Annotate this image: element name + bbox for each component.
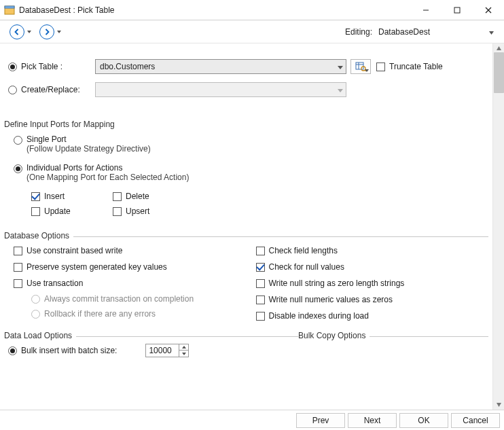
editing-label: Editing: <box>345 27 372 37</box>
vertical-scrollbar[interactable] <box>492 43 504 410</box>
pick-table-label: Pick Table : <box>21 62 62 71</box>
radio-empty-icon <box>14 136 22 145</box>
txn-rollback-radio: Rollback if there are any errors <box>4 306 247 321</box>
database-options-group: Database Options Use constraint based wr… <box>4 236 488 324</box>
checkbox-empty-icon <box>14 279 22 288</box>
null-string-checkbox[interactable]: Write null string as zero length strings <box>247 275 489 291</box>
action-update-label: Update <box>44 207 71 216</box>
individual-ports-sub: (One Mapping Port for Each Selected Acti… <box>26 173 189 182</box>
window-title: DatabaseDest : Pick Table <box>19 5 115 15</box>
checkbox-checked-icon <box>256 263 265 272</box>
radio-selected-icon <box>14 164 22 173</box>
svg-rect-3 <box>454 7 460 13</box>
radio-selected-icon <box>8 62 17 71</box>
forward-button[interactable] <box>39 24 54 39</box>
scrollbar-thumb[interactable] <box>494 52 504 93</box>
txn-rollback-label: Rollback if there are any errors <box>44 309 156 319</box>
action-insert-label: Insert <box>44 192 65 201</box>
pick-table-select[interactable]: dbo.Customers <box>95 59 346 74</box>
cancel-button[interactable]: Cancel <box>451 413 500 428</box>
svg-rect-1 <box>5 6 14 8</box>
pick-table-radio[interactable]: Pick Table : <box>8 62 95 71</box>
bulk-copy-legend: Bulk Copy Options <box>298 331 370 340</box>
pick-table-value: dbo.Customers <box>100 62 155 71</box>
check-field-lengths-label: Check field lengths <box>269 246 338 255</box>
next-button[interactable]: Next <box>348 413 397 428</box>
single-port-label: Single Port <box>26 135 151 144</box>
svg-rect-6 <box>356 62 363 69</box>
create-replace-radio[interactable]: Create/Replace: <box>8 85 95 94</box>
table-browse-button[interactable] <box>350 59 371 74</box>
truncate-table-checkbox[interactable]: Truncate Table <box>376 62 443 71</box>
ok-button[interactable]: OK <box>399 413 448 428</box>
prev-button[interactable]: Prev <box>296 413 345 428</box>
data-load-options-group: Data Load Options Bulk insert with batch… <box>4 336 298 359</box>
bulk-insert-label: Bulk insert with batch size: <box>21 346 117 355</box>
checkbox-empty-icon <box>256 247 265 255</box>
back-button[interactable] <box>10 24 24 39</box>
checkbox-empty-icon <box>376 62 385 71</box>
checkbox-empty-icon <box>14 263 22 272</box>
check-null-values-checkbox[interactable]: Check for null values <box>247 259 489 275</box>
scroll-up-icon <box>496 46 502 51</box>
txn-always-commit-radio: Always commit transaction on completion <box>4 291 247 306</box>
use-transaction-label: Use transaction <box>26 279 83 288</box>
null-numeric-label: Write null numeric values as zeros <box>269 295 393 304</box>
spin-down-button[interactable] <box>179 351 188 357</box>
txn-always-commit-label: Always commit transaction on completion <box>44 294 194 304</box>
forward-menu-caret[interactable] <box>56 24 62 39</box>
action-insert-checkbox[interactable]: Insert <box>31 189 113 204</box>
checkbox-empty-icon <box>113 192 122 201</box>
individual-ports-radio[interactable]: Individual Ports for Actions (One Mappin… <box>14 163 488 182</box>
preserve-keys-checkbox[interactable]: Preserve system generated key values <box>4 259 247 275</box>
action-delete-label: Delete <box>126 192 149 201</box>
bulk-insert-radio[interactable]: Bulk insert with batch size: <box>8 346 117 355</box>
chevron-down-icon <box>365 69 369 72</box>
checkbox-empty-icon <box>113 207 122 216</box>
checkbox-empty-icon <box>256 295 265 304</box>
chevron-down-icon <box>338 85 343 94</box>
data-load-legend: Data Load Options <box>4 331 76 340</box>
check-null-values-label: Check for null values <box>269 262 344 272</box>
back-menu-caret[interactable] <box>26 24 33 39</box>
single-port-sub: (Follow Update Strategy Directive) <box>26 144 151 154</box>
constraint-based-write-checkbox[interactable]: Use constraint based write <box>4 243 247 259</box>
check-field-lengths-checkbox[interactable]: Check field lengths <box>247 243 489 259</box>
radio-disabled-icon <box>31 310 40 319</box>
chevron-down-icon <box>489 27 494 37</box>
disable-indexes-label: Disable indexes during load <box>269 311 369 321</box>
constraint-based-write-label: Use constraint based write <box>26 246 122 255</box>
checkbox-empty-icon <box>31 207 40 216</box>
chevron-down-icon <box>338 62 343 71</box>
action-upsert-label: Upsert <box>126 207 149 216</box>
preserve-keys-label: Preserve system generated key values <box>26 262 167 272</box>
minimize-button[interactable] <box>410 0 442 20</box>
close-button[interactable] <box>473 0 504 20</box>
batch-size-value: 10000 <box>149 346 171 355</box>
titlebar: DatabaseDest : Pick Table <box>0 0 504 20</box>
action-delete-checkbox[interactable]: Delete <box>113 189 194 204</box>
editing-value: DatabaseDest <box>378 27 430 37</box>
checkbox-empty-icon <box>256 279 265 288</box>
database-options-legend: Database Options <box>4 231 73 240</box>
batch-size-input[interactable]: 10000 <box>145 344 189 357</box>
spin-up-button[interactable] <box>179 344 188 351</box>
use-transaction-checkbox[interactable]: Use transaction <box>4 275 247 291</box>
action-upsert-checkbox[interactable]: Upsert <box>113 204 194 219</box>
scroll-down-icon <box>496 402 502 408</box>
checkbox-checked-icon <box>31 192 40 201</box>
create-replace-label: Create/Replace: <box>21 85 80 94</box>
disable-indexes-checkbox[interactable]: Disable indexes during load <box>247 308 489 324</box>
checkbox-empty-icon <box>256 312 265 321</box>
action-update-checkbox[interactable]: Update <box>31 204 113 219</box>
radio-selected-icon <box>8 346 17 355</box>
app-icon <box>4 5 15 16</box>
editing-select[interactable]: DatabaseDest <box>375 24 497 39</box>
null-numeric-checkbox[interactable]: Write null numeric values as zeros <box>247 291 489 308</box>
dialog-button-bar: Prev Next OK Cancel <box>0 410 504 430</box>
maximize-button[interactable] <box>442 0 473 20</box>
nav-toolbar: Editing: DatabaseDest <box>0 20 504 43</box>
single-port-radio[interactable]: Single Port (Follow Update Strategy Dire… <box>14 135 488 154</box>
radio-disabled-icon <box>31 295 40 304</box>
null-string-label: Write null string as zero length strings <box>269 279 405 288</box>
